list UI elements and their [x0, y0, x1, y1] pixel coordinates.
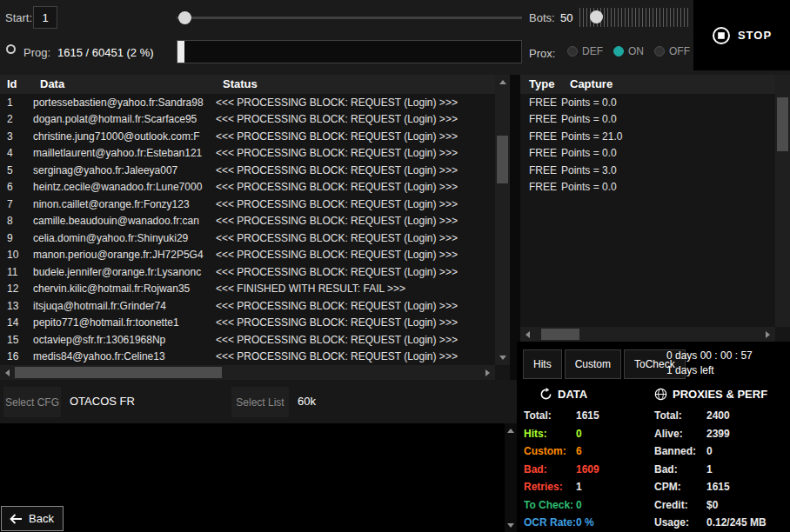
tab-custom[interactable]: Custom	[565, 349, 621, 379]
radio-label: ON	[628, 45, 644, 57]
select-cfg-button[interactable]: Select CFG	[3, 387, 61, 417]
table-row[interactable]: 1 portessebastien@yahoo.fr:Sandra98 <<< …	[0, 94, 495, 111]
stop-icon	[712, 26, 731, 45]
results-table-header: Id Data Status	[0, 75, 495, 94]
column-header-type[interactable]: Type	[529, 77, 554, 90]
stat-item: OCR Rate: 0 %	[524, 514, 651, 532]
start-slider[interactable]	[177, 10, 522, 25]
stat-item: CPM: 1615	[654, 478, 787, 496]
row-status: <<< PROCESSING BLOCK: REQUEST (Login) >>…	[216, 198, 495, 210]
slider-thumb[interactable]	[590, 10, 603, 23]
bots-slider[interactable]	[579, 6, 689, 29]
scrollbar-thumb[interactable]	[15, 367, 222, 378]
row-data: celia.domin@yahoo.fr:Shinyuki29	[33, 232, 216, 244]
proxy-mode-radio[interactable]: DEF	[567, 45, 603, 57]
back-button-label: Back	[29, 512, 54, 525]
row-data: ninon.caillet@orange.fr:Fonzy123	[33, 198, 216, 210]
bots-label: Bots:	[529, 11, 555, 24]
column-header-status[interactable]: Status	[223, 77, 258, 90]
scroll-down-icon[interactable]	[495, 350, 510, 365]
start-input[interactable]	[33, 6, 57, 29]
row-data: camille.beaudouin@wanadoo.fr:can	[33, 215, 216, 227]
capture-row[interactable]: FREE Points = 0.0	[520, 94, 775, 111]
radio-dot-icon	[567, 46, 578, 57]
capture-row[interactable]: FREE Points = 3.0	[520, 162, 775, 179]
table-row[interactable]: 10 manon.periou@orange.fr:JH72P5G4 <<< P…	[0, 247, 495, 264]
stop-button[interactable]: STOP	[712, 26, 772, 45]
row-status: <<< PROCESSING BLOCK: REQUEST (Login) >>…	[216, 113, 495, 125]
scroll-left-icon[interactable]	[0, 365, 15, 380]
column-header-capture[interactable]: Capture	[570, 77, 613, 90]
scroll-left-icon[interactable]	[520, 327, 535, 342]
stat-value: 1	[576, 481, 651, 493]
scrollbar-thumb[interactable]	[541, 329, 579, 340]
scroll-right-icon[interactable]	[480, 365, 495, 380]
scrollbar-thumb[interactable]	[777, 97, 788, 151]
scroll-right-icon[interactable]	[760, 327, 775, 342]
capture-row[interactable]: FREE Points = 21.0	[520, 128, 775, 145]
row-capture: Points = 0.0	[561, 96, 775, 109]
stat-value: 0	[576, 428, 651, 440]
top-bar: Start: Bots: 50 Prog: 1615 / 60451 (2 %)…	[0, 0, 790, 75]
capture-horizontal-scrollbar[interactable]	[520, 327, 775, 342]
capture-row[interactable]: FREE Points = 0.0	[520, 111, 775, 129]
row-status: <<< PROCESSING BLOCK: REQUEST (Login) >>…	[216, 96, 495, 109]
table-row[interactable]: 6 heintz.cecile@wanadoo.fr:Lune7000 <<< …	[0, 179, 495, 196]
stat-label: Total:	[654, 409, 706, 422]
proxy-mode-radio[interactable]: OFF	[654, 45, 690, 57]
capture-panel-header: Type Capture	[520, 75, 775, 94]
back-button[interactable]: Back	[1, 506, 64, 531]
capture-row[interactable]: FREE Points = 0.0	[520, 179, 775, 196]
table-row[interactable]: 7 ninon.caillet@orange.fr:Fonzy123 <<< P…	[0, 196, 495, 213]
table-row[interactable]: 11 budele.jennifer@orange.fr:Lysanonc <<…	[0, 263, 495, 281]
table-row[interactable]: 3 christine.jung71000@outlook.com:F <<< …	[0, 128, 495, 145]
capture-vertical-scrollbar[interactable]	[775, 75, 790, 327]
stat-label: Credit:	[654, 499, 706, 511]
scroll-down-icon[interactable]	[505, 519, 517, 531]
scroll-up-icon[interactable]	[505, 424, 517, 436]
row-capture: Points = 21.0	[561, 130, 775, 143]
tab-hits[interactable]: Hits	[523, 349, 562, 379]
globe-icon	[654, 388, 667, 401]
proxy-mode-radio[interactable]: ON	[613, 45, 644, 57]
row-id: 3	[0, 130, 33, 143]
table-row[interactable]: 16 medis84@yahoo.fr:Celine13 <<< PROCESS…	[0, 349, 495, 366]
row-status: <<< PROCESSING BLOCK: REQUEST (Login) >>…	[216, 164, 495, 176]
table-row[interactable]: 15 octaviep@sfr.fr:13061968Np <<< PROCES…	[0, 331, 495, 349]
stat-label: Bad:	[524, 463, 576, 475]
row-status: <<< PROCESSING BLOCK: REQUEST (Login) >>…	[216, 232, 495, 244]
log-vertical-scrollbar[interactable]	[505, 423, 517, 532]
row-type: FREE	[520, 164, 561, 176]
row-status: <<< PROCESSING BLOCK: REQUEST (Login) >>…	[216, 147, 495, 159]
results-horizontal-scrollbar[interactable]	[0, 365, 495, 380]
scroll-up-icon[interactable]	[495, 75, 510, 90]
capture-rows: FREE Points = 0.0 FREE Points = 0.0 FREE…	[520, 94, 775, 327]
config-name: OTACOS FR	[70, 395, 135, 408]
proxy-stats-items: Total: 2400 Alive: 2399 Banned: 0 Bad: 1…	[654, 407, 787, 532]
table-row[interactable]: 14 pepito771@hotmail.fr:toonette1 <<< PR…	[0, 315, 495, 332]
row-data: manon.periou@orange.fr:JH72P5G4	[33, 249, 216, 261]
scrollbar-thumb[interactable]	[497, 136, 508, 183]
stat-value: 0 %	[576, 516, 651, 529]
table-row[interactable]: 5 serginag@yahoo.fr:Jaleeya007 <<< PROCE…	[0, 162, 495, 179]
results-vertical-scrollbar[interactable]	[495, 75, 510, 365]
table-row[interactable]: 4 mailletlaurent@yahoo.fr:Esteban121 <<<…	[0, 145, 495, 163]
table-row[interactable]: 13 itsjuqa@hotmail.fr:Grinder74 <<< PROC…	[0, 297, 495, 315]
column-header-data[interactable]: Data	[40, 77, 64, 90]
capture-row[interactable]: FREE Points = 0.0	[520, 145, 775, 163]
slider-thumb[interactable]	[178, 11, 191, 24]
proxy-stats-title: PROXIES & PERF	[654, 385, 787, 402]
stat-item: To Check: 0	[524, 496, 651, 515]
progress-bar	[177, 40, 522, 63]
table-row[interactable]: 2 dogan.polat@hotmail.fr:Scarface95 <<< …	[0, 111, 495, 129]
column-header-id[interactable]: Id	[7, 77, 17, 90]
table-row[interactable]: 8 camille.beaudouin@wanadoo.fr:can <<< P…	[0, 213, 495, 230]
prox-label: Prox:	[529, 47, 555, 60]
data-stats-column: DATA Total: 1615 Hits: 0 Custom: 6 Bad: …	[524, 385, 651, 532]
select-list-button[interactable]: Select List	[231, 387, 289, 417]
table-row[interactable]: 12 chervin.kilic@hotmail.fr:Rojwan35 <<<…	[0, 281, 495, 298]
table-row[interactable]: 9 celia.domin@yahoo.fr:Shinyuki29 <<< PR…	[0, 229, 495, 247]
row-data: portessebastien@yahoo.fr:Sandra98	[33, 96, 216, 109]
stat-label: Hits:	[524, 428, 576, 440]
stat-item: Hits: 0	[524, 425, 651, 443]
